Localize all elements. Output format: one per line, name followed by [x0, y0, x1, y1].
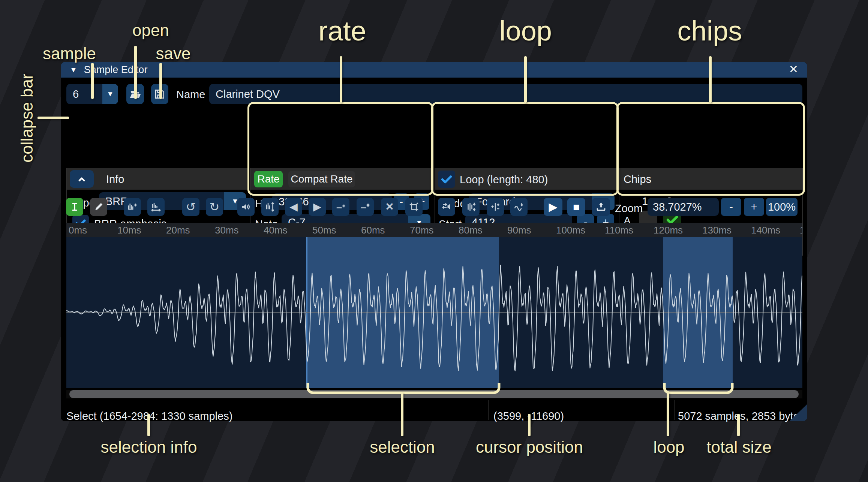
- annotation-brackets: [0, 0, 868, 482]
- sample-annotation: sample: [43, 44, 96, 63]
- total-size-annotation: total size: [706, 438, 772, 457]
- save-callout-line: [159, 63, 162, 99]
- loop-bottom-callout-line: [667, 393, 669, 436]
- selection-info-annotation: selection info: [101, 438, 197, 457]
- selection-annotation: selection: [370, 438, 435, 457]
- collapse-bar-callout-line: [37, 117, 69, 119]
- open-callout-line: [134, 46, 137, 99]
- chips-callout-line: [709, 56, 712, 103]
- rate-callout-line: [340, 56, 342, 103]
- chips-annotation: chips: [678, 15, 742, 47]
- cursor-position-callout-line: [528, 414, 531, 436]
- open-annotation: open: [132, 21, 169, 40]
- loop-annotation: loop: [499, 15, 552, 47]
- screenshot-stage: ▼ Sample Editor ✕ 6 ▼ Name Clarinet DQV …: [0, 0, 868, 482]
- sample-callout-line: [91, 63, 94, 99]
- loop-callout-line: [524, 56, 527, 103]
- selection-info-callout-line: [147, 414, 150, 436]
- rate-annotation: rate: [318, 15, 366, 47]
- selection-callout-line: [401, 393, 403, 436]
- loop-bottom-annotation: loop: [653, 438, 684, 457]
- total-size-callout-line: [737, 414, 740, 436]
- save-annotation: save: [156, 44, 191, 63]
- cursor-position-annotation: cursor position: [476, 438, 583, 457]
- collapse-bar-annotation: collapse bar: [18, 73, 36, 162]
